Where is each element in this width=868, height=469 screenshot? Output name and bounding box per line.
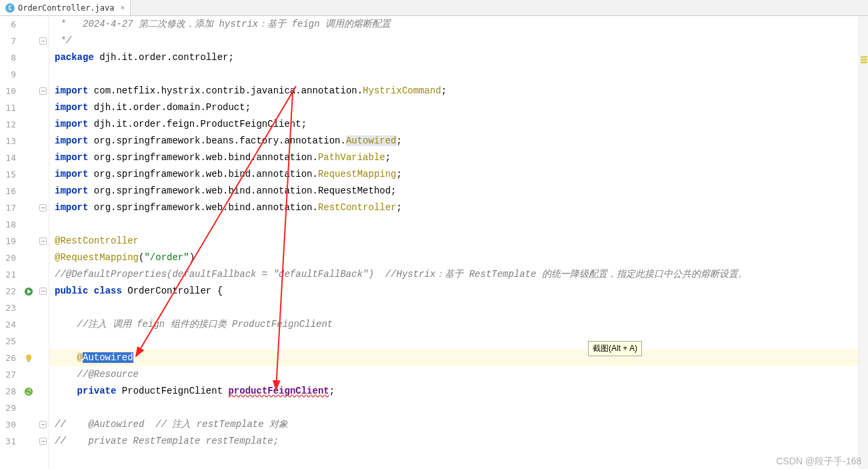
fold-toggle	[37, 383, 49, 400]
code-line[interactable]: import org.springframework.web.bind.anno…	[49, 149, 868, 166]
java-class-icon: C	[5, 3, 15, 13]
line-number: 7	[0, 33, 16, 49]
code-line[interactable]	[49, 400, 868, 416]
line-number: 26	[0, 350, 16, 366]
code-line[interactable]: public class OrderController {	[49, 283, 868, 300]
fold-toggle[interactable]: −	[37, 416, 49, 433]
line-number: 12	[0, 116, 16, 133]
line-number: 9	[0, 66, 16, 83]
fold-toggle	[37, 133, 49, 149]
fold-toggle	[37, 350, 49, 366]
code-line[interactable]: * 2024-4-27 第二次修改，添加 hystrix：基于 feign 调用…	[49, 16, 868, 33]
fold-toggle[interactable]: −	[37, 199, 49, 216]
code-line[interactable]: import org.springframework.web.bind.anno…	[49, 183, 868, 199]
code-line[interactable]: */	[49, 33, 868, 49]
line-number: 17	[0, 199, 16, 216]
line-number: 27	[0, 366, 16, 383]
lightbulb-icon[interactable]	[20, 350, 37, 366]
scrollbar-warning-mark	[861, 59, 867, 61]
line-number: 20	[0, 250, 16, 266]
code-line[interactable]: import djh.it.order.feign.ProductFeignCl…	[49, 116, 868, 133]
editor-area[interactable]: 6789101112131415161718192021222324252627…	[0, 16, 868, 469]
line-number: 14	[0, 149, 16, 166]
code-line[interactable]: // @Autowired // 注入 restTemplate 对象	[49, 416, 868, 433]
watermark-text: CSDN @段子手-168	[776, 456, 861, 468]
svg-point-2	[25, 387, 33, 395]
code-line[interactable]: import com.netflix.hystrix.contrib.javan…	[49, 83, 868, 99]
fold-toggle	[37, 99, 49, 116]
fold-toggle[interactable]: −	[37, 233, 49, 250]
line-number: 15	[0, 166, 16, 183]
fold-toggle[interactable]: −	[37, 33, 49, 49]
svg-rect-1	[28, 360, 30, 362]
tab-title: OrderController.java	[18, 3, 115, 13]
fold-toggle	[37, 116, 49, 133]
fold-toggle	[37, 366, 49, 383]
code-line[interactable]: //注入 调用 feign 组件的接口类 ProductFeignClient	[49, 316, 868, 333]
fold-column: −−−−−−−	[37, 16, 49, 469]
scrollbar-warning-mark	[861, 61, 867, 63]
line-number: 24	[0, 316, 16, 333]
line-number: 22	[0, 283, 16, 300]
close-icon[interactable]: ×	[121, 3, 125, 12]
code-content[interactable]: 截图(Alt + A) * 2024-4-27 第二次修改，添加 hystrix…	[49, 16, 868, 469]
line-number: 29	[0, 400, 16, 416]
line-number: 8	[0, 49, 16, 66]
screenshot-tooltip: 截图(Alt + A)	[588, 341, 642, 356]
code-line[interactable]: // private RestTemplate restTemplate;	[49, 433, 868, 450]
fold-toggle	[37, 66, 49, 83]
fold-toggle	[37, 400, 49, 416]
line-number: 10	[0, 83, 16, 99]
code-line[interactable]: @RestController	[49, 233, 868, 250]
fold-toggle[interactable]: −	[37, 283, 49, 300]
line-number: 23	[0, 300, 16, 316]
code-line[interactable]	[49, 216, 868, 233]
code-line[interactable]: @Autowired	[49, 350, 868, 366]
code-line[interactable]	[49, 333, 868, 350]
fold-toggle[interactable]: −	[37, 433, 49, 450]
fold-toggle	[37, 183, 49, 199]
scrollbar-warning-mark	[861, 56, 867, 58]
code-line[interactable]: //@Resource	[49, 366, 868, 383]
fold-toggle	[37, 316, 49, 333]
vertical-scrollbar[interactable]	[859, 16, 868, 469]
code-line[interactable]: private ProductFeignClient productFeignC…	[49, 383, 868, 400]
fold-toggle	[37, 300, 49, 316]
line-number: 21	[0, 266, 16, 283]
tab-bar: C OrderController.java ×	[0, 0, 868, 16]
code-line[interactable]: import org.springframework.web.bind.anno…	[49, 166, 868, 183]
line-number: 16	[0, 183, 16, 199]
run-icon	[20, 283, 37, 300]
line-number: 25	[0, 333, 16, 350]
line-number: 30	[0, 416, 16, 433]
code-line[interactable]: //@DefaultProperties(defaultFallback = "…	[49, 266, 868, 283]
fold-toggle	[37, 333, 49, 350]
code-line[interactable]: @RequestMapping("/order")	[49, 250, 868, 266]
code-line[interactable]	[49, 66, 868, 83]
fold-toggle	[37, 216, 49, 233]
code-line[interactable]: package djh.it.order.controller;	[49, 49, 868, 66]
line-number: 19	[0, 233, 16, 250]
line-number: 11	[0, 99, 16, 116]
line-number: 13	[0, 133, 16, 149]
fold-toggle	[37, 49, 49, 66]
fold-toggle	[37, 149, 49, 166]
fold-toggle[interactable]: −	[37, 83, 49, 99]
line-number: 18	[0, 216, 16, 233]
code-line[interactable]: import djh.it.order.domain.Product;	[49, 99, 868, 116]
line-number: 28	[0, 383, 16, 400]
line-number: 31	[0, 433, 16, 450]
fold-toggle	[37, 16, 49, 33]
line-number-gutter: 6789101112131415161718192021222324252627…	[0, 16, 20, 469]
code-line[interactable]: import org.springframework.web.bind.anno…	[49, 199, 868, 216]
gutter-icon-column	[20, 16, 37, 469]
code-line[interactable]: import org.springframework.beans.factory…	[49, 133, 868, 149]
fold-toggle	[37, 166, 49, 183]
fold-toggle	[37, 266, 49, 283]
spring-bean-icon	[20, 383, 37, 400]
fold-toggle	[37, 250, 49, 266]
file-tab[interactable]: C OrderController.java ×	[0, 0, 131, 15]
line-number: 6	[0, 16, 16, 33]
code-line[interactable]	[49, 300, 868, 316]
